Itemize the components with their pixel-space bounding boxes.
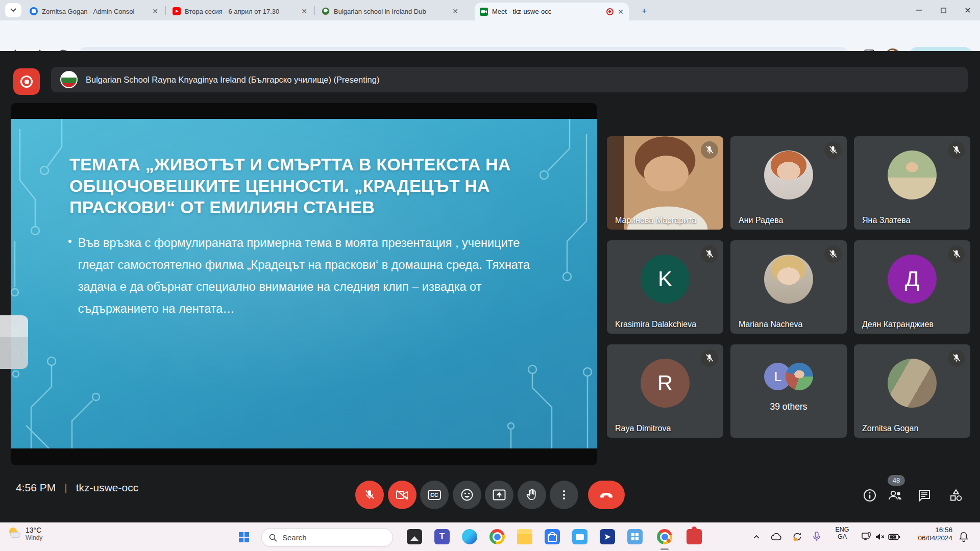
taskbar-app-edge[interactable] [459, 527, 480, 547]
school-logo-icon [60, 71, 78, 88]
tab-meet-active[interactable]: Meet - tkz-uswe-occ ✕ [475, 3, 629, 20]
participant-tile[interactable]: Mariana Nacheva [730, 240, 847, 334]
tab-school-site[interactable]: Bulgarian school in Ireland Dub ✕ [316, 4, 463, 18]
taskbar-app-navy[interactable]: ➤ [597, 527, 618, 547]
participants-button[interactable] [885, 485, 905, 506]
reactions-button[interactable] [453, 481, 481, 509]
clock-date: 06/04/2024 [903, 534, 952, 542]
taskbar-app-chrome-running[interactable] [654, 527, 675, 547]
shapes-icon [949, 489, 963, 502]
presenting-banner: Bulgarian School Rayna Knyaginya Ireland… [51, 67, 968, 92]
present-button[interactable] [485, 481, 513, 509]
slide-title: ТЕМАТА „ЖИВОТЪТ И СМЪРТТА В КОНТЕКСТА НА… [69, 154, 529, 218]
participant-name: Mariana Nacheva [739, 320, 802, 329]
left-edge-panel-handle[interactable] [0, 315, 28, 369]
arrow-app-icon: ➤ [600, 529, 615, 544]
participant-tile[interactable]: R Raya Dimitrova [607, 344, 723, 438]
taskbar-search[interactable]: Search [261, 528, 393, 547]
camera-off-button[interactable] [388, 481, 416, 509]
smiley-icon [460, 488, 474, 502]
bell-icon [959, 532, 968, 542]
present-screen-icon [493, 489, 506, 500]
minimize-button[interactable] [906, 0, 931, 20]
weather-widget[interactable]: 13°C Windy [8, 526, 42, 541]
taskbar-app-extension[interactable] [684, 527, 704, 547]
meeting-info: 4:56 PM | tkz-uswe-occ [16, 482, 138, 494]
participant-tile[interactable]: K Krasimira Dalakchieva [607, 240, 723, 334]
separator: | [64, 482, 67, 494]
tray-volume[interactable] [873, 530, 887, 544]
new-tab-button[interactable]: + [637, 4, 651, 18]
participant-tile[interactable]: Яна Златева [854, 136, 970, 230]
maximize-button[interactable] [931, 0, 955, 20]
meeting-details-button[interactable] [860, 485, 880, 506]
cc-icon: CC [428, 490, 441, 500]
presentation-stage[interactable]: ТЕМАТА „ЖИВОТЪТ И СМЪРТТА В КОНТЕКСТА НА… [11, 103, 597, 465]
tray-cast-display[interactable] [860, 530, 874, 544]
taskbar-app-grid[interactable] [625, 527, 645, 547]
mic-off-button[interactable] [355, 481, 384, 509]
mic-icon [813, 532, 820, 542]
meet-page: Bulgarian School Rayna Knyaginya Ireland… [0, 51, 980, 522]
tab-youtube[interactable]: Втора сесия - 6 април от 17.30 ✕ [167, 4, 312, 18]
tray-clock[interactable]: 16:56 06/04/2024 [903, 526, 952, 542]
taskbar-app-teams[interactable]: T [432, 527, 452, 547]
more-options-button[interactable] [550, 481, 578, 509]
tab-admin-console[interactable]: Zornitsa Gogan - Admin Consol ✕ [24, 4, 163, 18]
taskbar-app-photos[interactable] [404, 527, 425, 547]
photos-icon [407, 529, 422, 544]
tray-update-sync[interactable] [790, 530, 804, 544]
mic-off-icon [701, 245, 718, 263]
slide-body: • Във връзка с формулираната примерна те… [68, 232, 530, 320]
participant-tile[interactable]: Маринова Маргарита [607, 136, 723, 230]
close-tab-icon[interactable]: ✕ [452, 7, 458, 15]
search-placeholder: Search [282, 533, 307, 542]
people-icon [888, 489, 903, 502]
weather-temp: 13°C [26, 526, 42, 534]
admin-console-icon [30, 7, 38, 15]
participant-tile[interactable]: Zornitsa Gogan [854, 344, 970, 438]
close-tab-icon[interactable]: ✕ [301, 7, 307, 15]
mic-off-icon [824, 245, 842, 263]
tray-notifications[interactable] [957, 530, 971, 544]
participant-name: Яна Златева [862, 216, 911, 225]
weather-icon [8, 527, 21, 540]
taskbar-app-chrome[interactable] [487, 527, 507, 547]
tab-search-button[interactable] [5, 3, 21, 17]
tray-battery[interactable] [887, 530, 901, 544]
tab-title: Bulgarian school in Ireland Dub [334, 8, 448, 15]
close-window-button[interactable]: ✕ [955, 0, 980, 20]
participant-tile[interactable]: Ани Радева [730, 136, 847, 230]
chat-button[interactable] [914, 485, 935, 506]
captions-button[interactable]: CC [420, 481, 449, 509]
close-tab-icon[interactable]: ✕ [152, 7, 158, 15]
mic-off-icon [824, 141, 842, 159]
tray-language[interactable]: ENG GA [832, 526, 852, 540]
end-call-button[interactable] [588, 481, 625, 509]
close-tab-icon[interactable]: ✕ [618, 8, 624, 16]
mic-off-icon [948, 349, 965, 367]
raise-hand-button[interactable] [518, 481, 546, 509]
participant-tile[interactable]: Д Деян Катранджиев [854, 240, 970, 334]
recording-button[interactable] [13, 68, 40, 95]
taskbar-app-mail[interactable] [570, 527, 590, 547]
tray-microphone[interactable] [810, 530, 824, 544]
start-button[interactable] [236, 529, 252, 545]
participant-name: Zornitsa Gogan [862, 424, 918, 433]
tray-onedrive[interactable] [769, 530, 783, 544]
tray-show-hidden-icons[interactable] [749, 530, 764, 544]
weather-desc: Windy [26, 534, 42, 541]
chat-icon [918, 489, 931, 502]
meeting-code: tkz-uswe-occ [76, 482, 139, 494]
mic-off-icon [948, 141, 965, 159]
kebab-icon [563, 490, 565, 499]
search-icon [269, 534, 277, 542]
participant-tile-others[interactable]: L 39 others [730, 344, 847, 438]
tab-divider [165, 6, 166, 15]
presenting-banner-title: Bulgarian School Rayna Knyaginya Ireland… [86, 75, 379, 85]
taskbar-app-file-explorer[interactable] [514, 527, 535, 547]
info-icon [863, 489, 876, 502]
school-logo-icon [322, 7, 330, 15]
taskbar-app-store[interactable] [542, 527, 562, 547]
activities-button[interactable] [946, 485, 966, 506]
